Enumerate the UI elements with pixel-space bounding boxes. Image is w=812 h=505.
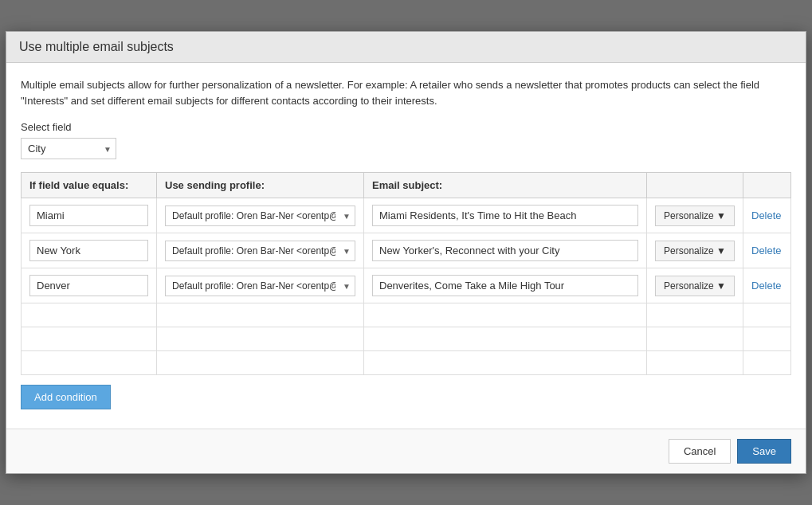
delete-cell: Delete [743, 233, 791, 268]
modal: Use multiple email subjects Multiple ema… [6, 31, 806, 474]
empty-cell [22, 327, 157, 351]
modal-footer: Cancel Save [6, 429, 806, 473]
sending-profile-cell: Default profile: Oren Bar-Ner <orentp@g▼ [157, 198, 364, 233]
conditions-table: If field value equals: Use sending profi… [21, 172, 791, 375]
modal-body: Multiple email subjects allow for furthe… [6, 63, 806, 429]
save-button[interactable]: Save [737, 439, 791, 464]
email-subject-cell [364, 198, 647, 233]
sending-profile-select[interactable]: Default profile: Oren Bar-Ner <orentp@g [165, 206, 355, 226]
table-row: Default profile: Oren Bar-Ner <orentp@g▼… [22, 233, 791, 268]
field-select-wrapper: City Interests Region ▼ [21, 138, 116, 159]
empty-cell [157, 327, 364, 351]
select-field-label: Select field [21, 121, 791, 133]
th-delete [743, 173, 791, 198]
empty-cell [647, 327, 743, 351]
sending-profile-select[interactable]: Default profile: Oren Bar-Ner <orentp@g [165, 276, 355, 296]
sending-profile-select[interactable]: Default profile: Oren Bar-Ner <orentp@g [165, 241, 355, 261]
field-value-input[interactable] [29, 205, 148, 226]
empty-cell [743, 327, 791, 351]
personalize-button[interactable]: Personalize ▼ [655, 276, 735, 296]
empty-row [22, 327, 791, 351]
field-value-cell [22, 268, 157, 303]
table-row: Default profile: Oren Bar-Ner <orentp@g▼… [22, 268, 791, 303]
personalize-cell: Personalize ▼ [647, 198, 743, 233]
th-field-value: If field value equals: [22, 173, 157, 198]
delete-link[interactable]: Delete [751, 209, 782, 221]
empty-cell [647, 351, 743, 375]
description-text: Multiple email subjects allow for furthe… [21, 77, 791, 108]
empty-cell [157, 303, 364, 327]
field-select[interactable]: City Interests Region [21, 138, 116, 159]
table-row: Default profile: Oren Bar-Ner <orentp@g▼… [22, 198, 791, 233]
personalize-button[interactable]: Personalize ▼ [655, 206, 735, 226]
empty-cell [743, 303, 791, 327]
th-personalize [647, 173, 743, 198]
empty-cell [364, 351, 647, 375]
modal-overlay: Use multiple email subjects Multiple ema… [0, 0, 812, 505]
empty-cell [364, 327, 647, 351]
empty-row [22, 351, 791, 375]
empty-row [22, 303, 791, 327]
cancel-button[interactable]: Cancel [669, 439, 731, 464]
delete-cell: Delete [743, 268, 791, 303]
field-value-cell [22, 198, 157, 233]
empty-cell [743, 351, 791, 375]
delete-link[interactable]: Delete [751, 280, 782, 292]
sending-profile-cell: Default profile: Oren Bar-Ner <orentp@g▼ [157, 233, 364, 268]
email-subject-cell [364, 233, 647, 268]
email-subject-input[interactable] [372, 275, 638, 296]
delete-cell: Delete [743, 198, 791, 233]
empty-cell [364, 303, 647, 327]
empty-cell [22, 303, 157, 327]
modal-title: Use multiple email subjects [19, 40, 174, 53]
personalize-button[interactable]: Personalize ▼ [655, 241, 735, 261]
personalize-cell: Personalize ▼ [647, 233, 743, 268]
sending-profile-cell: Default profile: Oren Bar-Ner <orentp@g▼ [157, 268, 364, 303]
empty-cell [22, 351, 157, 375]
field-value-input[interactable] [29, 240, 148, 261]
email-subject-input[interactable] [372, 240, 638, 261]
empty-cell [647, 303, 743, 327]
th-email-subject: Email subject: [364, 173, 647, 198]
add-condition-button[interactable]: Add condition [21, 385, 111, 409]
delete-link[interactable]: Delete [751, 245, 782, 256]
th-sending-profile: Use sending profile: [157, 173, 364, 198]
personalize-cell: Personalize ▼ [647, 268, 743, 303]
email-subject-cell [364, 268, 647, 303]
empty-cell [157, 351, 364, 375]
email-subject-input[interactable] [372, 205, 638, 226]
field-value-input[interactable] [29, 275, 148, 296]
field-value-cell [22, 233, 157, 268]
modal-title-bar: Use multiple email subjects [6, 32, 806, 63]
